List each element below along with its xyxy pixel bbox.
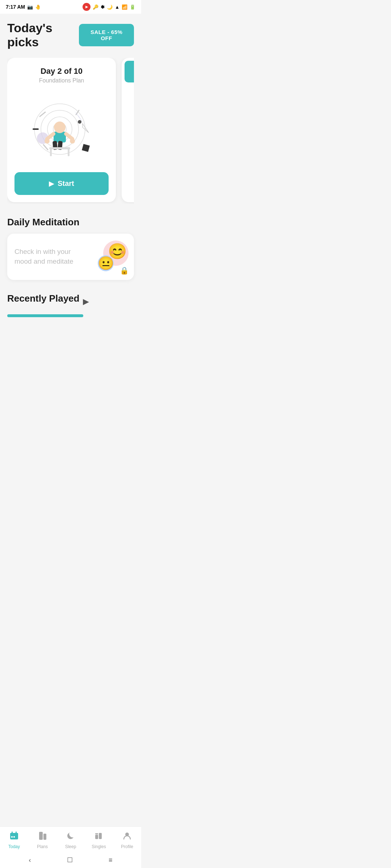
sale-button[interactable]: SALE - 65% OFF: [79, 24, 134, 46]
plan-day-label: Day 2 of 10: [14, 67, 109, 76]
wifi-icon: 📶: [122, 4, 127, 10]
svg-marker-9: [83, 124, 89, 133]
start-button[interactable]: ▶ Start: [14, 172, 109, 195]
battery-icon: 🔋: [130, 4, 135, 10]
lock-icon: 🔒: [120, 266, 129, 275]
plan-card: Day 2 of 10 Foundations Plan: [7, 58, 116, 202]
daily-meditation-section: Daily Meditation Check in with your mood…: [7, 217, 134, 280]
status-bar: 7:17 AM 📷 🤚 ▶ 🔑 ✱ 🌙 ▲ 📶 🔋: [0, 0, 141, 14]
svg-point-22: [45, 139, 50, 144]
daily-meditation-text: Check in with your mood and meditate: [14, 247, 82, 266]
svg-point-23: [70, 139, 75, 144]
recently-played-section: Recently Played ▶: [7, 293, 134, 317]
svg-rect-19: [68, 149, 70, 156]
bluetooth-icon: ✱: [101, 4, 105, 10]
svg-rect-18: [50, 149, 52, 156]
key-icon: 🔑: [93, 4, 98, 10]
svg-rect-12: [82, 144, 90, 152]
cursor-icon: ▶: [83, 297, 89, 306]
partial-card: [122, 58, 134, 202]
page-title: Today's picks: [7, 21, 79, 49]
record-indicator: ▶: [83, 3, 91, 11]
svg-point-10: [78, 120, 81, 124]
cards-row: Day 2 of 10 Foundations Plan: [7, 58, 134, 204]
hand-icon: 🤚: [35, 4, 41, 10]
daily-meditation-title: Daily Meditation: [7, 217, 134, 228]
recently-played-bar: [7, 314, 83, 317]
recently-played-title: Recently Played: [7, 293, 79, 304]
neutral-face-icon: 😐: [98, 255, 114, 271]
svg-rect-13: [54, 132, 66, 142]
svg-point-14: [54, 122, 66, 133]
svg-line-20: [47, 134, 54, 139]
moon-icon: 🌙: [107, 4, 113, 10]
svg-rect-17: [49, 147, 70, 149]
header-row: Today's picks SALE - 65% OFF: [7, 21, 134, 49]
signal-icon: ▲: [115, 4, 119, 10]
status-time: 7:17 AM: [6, 4, 25, 10]
play-icon: ▶: [49, 180, 54, 188]
plan-name: Foundations Plan: [14, 77, 109, 84]
svg-line-21: [66, 134, 72, 139]
video-icon: 📷: [27, 4, 33, 10]
figure-container: [14, 91, 109, 163]
daily-meditation-card[interactable]: Check in with your mood and meditate 😊 😐…: [7, 234, 134, 280]
